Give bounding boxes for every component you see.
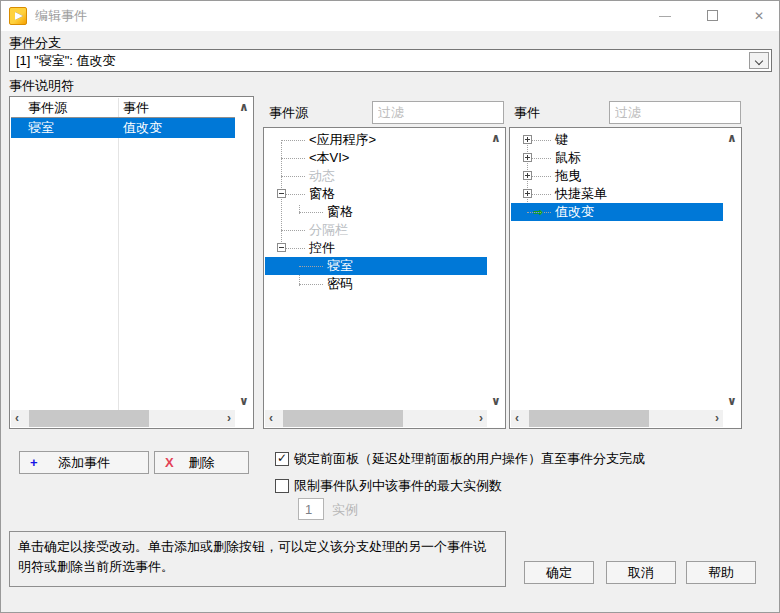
cancel-button[interactable]: 取消	[606, 561, 676, 584]
tree-item[interactable]: <应用程序>	[265, 131, 487, 149]
labview-app-icon	[9, 7, 27, 25]
event-specifier-label: 事件说明符	[9, 77, 74, 95]
instances-label: 实例	[332, 501, 358, 519]
description-text: 单击确定以接受改动。单击添加或删除按钮，可以定义该分支处理的另一个事件说明符或删…	[9, 531, 506, 587]
scrollbar-thumb[interactable]	[283, 410, 403, 427]
scroll-left-icon[interactable]: ‹	[515, 412, 519, 424]
scrollbar-thumb[interactable]	[529, 410, 649, 427]
plus-icon: +	[30, 452, 38, 473]
horizontal-scrollbar[interactable]: ‹ ›	[11, 410, 235, 427]
limit-instances-checkbox[interactable]	[275, 479, 289, 493]
tree-item: 动态	[265, 167, 487, 185]
scroll-right-icon[interactable]: ›	[715, 412, 719, 424]
event-filter-input[interactable]	[609, 101, 741, 124]
tree-item[interactable]: 密码	[265, 275, 487, 293]
table-header: 事件源 事件	[11, 98, 235, 118]
horizontal-scrollbar[interactable]: ‹ ›	[511, 410, 723, 427]
column-divider	[118, 98, 119, 410]
maximize-icon	[707, 10, 718, 21]
cell-event: 值改变	[123, 118, 162, 138]
tree-rows: <应用程序> <本VI> 动态 窗格 窗格 分隔栏 控件 寝室 密码	[265, 129, 487, 410]
dropdown-button[interactable]	[749, 52, 769, 69]
add-event-button[interactable]: + 添加事件	[19, 451, 149, 474]
column-header-event: 事件	[123, 98, 149, 117]
event-source-filter-input[interactable]	[372, 101, 504, 124]
cell-event-source: 寝室	[28, 118, 54, 138]
tree-item[interactable]: <本VI>	[265, 149, 487, 167]
chevron-down-icon	[755, 57, 763, 65]
scroll-up-icon[interactable]: ∧	[491, 132, 501, 144]
maximize-button[interactable]	[691, 1, 735, 31]
vertical-scrollbar[interactable]: ∧ ∨	[723, 129, 740, 410]
horizontal-scrollbar[interactable]: ‹ ›	[265, 410, 487, 427]
expand-icon[interactable]	[523, 171, 532, 180]
tree-item: 分隔栏	[265, 221, 487, 239]
tree-item[interactable]: 窗格	[265, 203, 487, 221]
tree-item[interactable]: 鼠标	[511, 149, 723, 167]
expand-icon[interactable]	[523, 189, 532, 198]
tree-item[interactable]: 拖曳	[511, 167, 723, 185]
lock-front-panel-label: 锁定前面板（延迟处理前面板的用户操作）直至事件分支完成	[294, 451, 645, 467]
tree-item-selected[interactable]: 寝室	[265, 257, 487, 275]
lock-front-panel-checkbox[interactable]	[275, 452, 289, 466]
table-content: 事件源 事件 寝室 值改变	[11, 98, 235, 410]
tree-item[interactable]: 控件	[265, 239, 487, 257]
vertical-scrollbar[interactable]: ∧ ∨	[235, 98, 252, 410]
minimize-icon	[659, 16, 671, 17]
column-header-source: 事件源	[28, 98, 67, 117]
scroll-up-icon[interactable]: ∧	[727, 132, 737, 144]
instances-input[interactable]	[298, 498, 324, 520]
event-tree: 键 鼠标 拖曳 快捷菜单 ⇒ 值改变 ∧ ∨ ‹ ›	[509, 127, 742, 429]
scroll-left-icon[interactable]: ‹	[269, 412, 273, 424]
event-panel-label: 事件	[514, 104, 540, 122]
event-branch-dropdown[interactable]: [1] "寝室": 值改变	[9, 49, 772, 72]
window-title: 编辑事件	[35, 1, 87, 31]
scroll-down-icon[interactable]: ∨	[491, 395, 501, 407]
event-source-tree: <应用程序> <本VI> 动态 窗格 窗格 分隔栏 控件 寝室 密码 ∧ ∨ ‹…	[263, 127, 506, 429]
tree-item-selected[interactable]: ⇒ 值改变	[511, 203, 723, 221]
tree-item[interactable]: 快捷菜单	[511, 185, 723, 203]
scroll-right-icon[interactable]: ›	[227, 412, 231, 424]
event-branch-value: [1] "寝室": 值改变	[16, 50, 116, 71]
delete-label: 删除	[189, 455, 215, 470]
scroll-left-icon[interactable]: ‹	[15, 412, 19, 424]
current-event-arrow-icon: ⇒	[533, 203, 543, 221]
tree-rows: 键 鼠标 拖曳 快捷菜单 ⇒ 值改变	[511, 129, 723, 410]
ok-button[interactable]: 确定	[524, 561, 594, 584]
tree-item[interactable]: 窗格	[265, 185, 487, 203]
window-titlebar: 编辑事件 ✕	[1, 1, 779, 31]
expand-icon[interactable]	[523, 135, 532, 144]
tree-item[interactable]: 键	[511, 131, 723, 149]
vertical-scrollbar[interactable]: ∧ ∨	[487, 129, 504, 410]
table-row[interactable]: 寝室 值改变	[11, 118, 235, 138]
scrollbar-thumb[interactable]	[29, 410, 149, 427]
scroll-down-icon[interactable]: ∨	[727, 395, 737, 407]
x-icon: X	[165, 452, 174, 473]
limit-instances-label: 限制事件队列中该事件的最大实例数	[294, 478, 502, 494]
scroll-down-icon[interactable]: ∨	[239, 395, 249, 407]
expand-icon[interactable]	[523, 153, 532, 162]
help-button[interactable]: 帮助	[686, 561, 756, 584]
collapse-icon[interactable]	[277, 243, 286, 252]
delete-button[interactable]: X 删除	[154, 451, 249, 474]
event-source-panel-label: 事件源	[269, 104, 308, 122]
minimize-button[interactable]	[643, 1, 687, 31]
add-event-label: 添加事件	[58, 455, 110, 470]
event-specifier-table: 事件源 事件 寝室 值改变 ∧ ∨ ‹ ›	[9, 96, 254, 429]
scroll-right-icon[interactable]: ›	[479, 412, 483, 424]
collapse-icon[interactable]	[277, 189, 286, 198]
scroll-up-icon[interactable]: ∧	[239, 101, 249, 113]
close-button[interactable]: ✕	[737, 1, 780, 31]
